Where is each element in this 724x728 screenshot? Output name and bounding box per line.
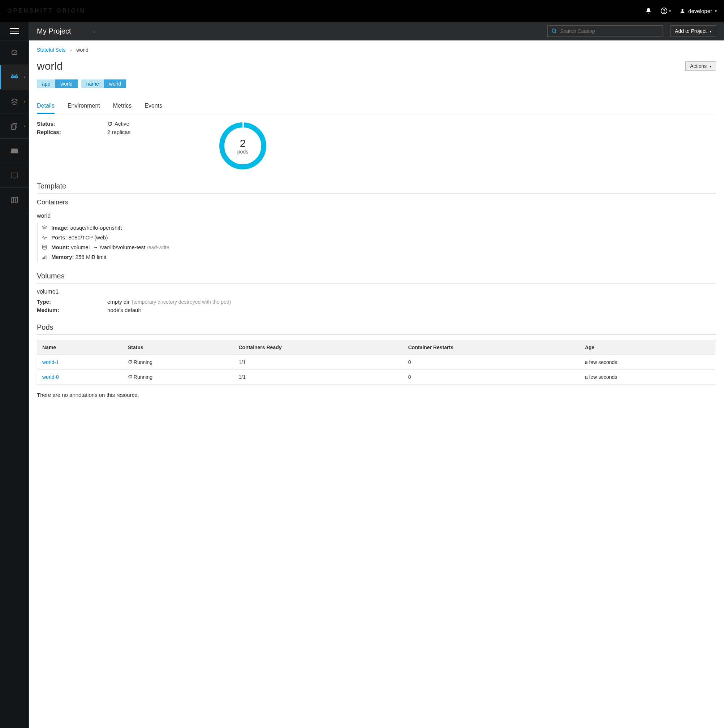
pods-count: 2 <box>240 137 246 150</box>
label-chip[interactable]: nameworld <box>81 80 127 88</box>
nav-catalog[interactable] <box>0 188 29 213</box>
search-catalog[interactable] <box>547 25 663 37</box>
volume-name: volume1 <box>37 289 716 295</box>
chevron-down-icon: ▾ <box>710 64 711 68</box>
col-restarts[interactable]: Container Restarts <box>403 340 580 355</box>
container-name: world <box>37 213 716 219</box>
refresh-icon <box>128 359 132 364</box>
pod-ready: 1/1 <box>233 370 403 385</box>
volume-type-label: Type: <box>37 299 107 305</box>
map-icon <box>11 196 18 204</box>
tab-metrics[interactable]: Metrics <box>113 99 132 114</box>
labels-row: appworld nameworld <box>37 80 716 88</box>
col-name[interactable]: Name <box>37 340 123 355</box>
dashboard-icon <box>11 49 18 57</box>
status-value: Active <box>107 121 129 127</box>
add-to-project-button[interactable]: Add to Project ▾ <box>670 25 716 37</box>
bell-icon[interactable] <box>645 8 652 14</box>
actions-label: Actions <box>690 63 707 69</box>
pod-restarts: 0 <box>403 355 580 370</box>
pods-donut[interactable]: 2 pods <box>217 121 268 171</box>
nav-monitoring[interactable] <box>0 163 29 188</box>
ports-icon <box>41 236 48 240</box>
pod-link[interactable]: world-0 <box>42 374 59 380</box>
table-row: world-0 Running 1/1 0 a few seconds <box>37 370 716 385</box>
replicas-label: Replicas: <box>37 129 107 135</box>
container-details: Image: aosqe/hello-openshift Ports: 8080… <box>37 223 716 262</box>
chevron-down-icon: ▾ <box>669 9 671 13</box>
breadcrumb-parent-link[interactable]: Stateful Sets <box>37 47 66 53</box>
tabs: Details Environment Metrics Events <box>37 99 716 114</box>
chevron-right-icon: › <box>24 75 25 79</box>
project-name: My Project <box>37 27 71 35</box>
svg-line-13 <box>555 32 556 33</box>
status-label: Status: <box>37 121 107 127</box>
user-icon <box>680 8 685 14</box>
pods-heading: Pods <box>37 323 716 335</box>
masthead: OPENSHIFT ORIGIN ▾ developer ▾ <box>0 0 724 22</box>
search-input[interactable] <box>560 28 659 34</box>
nav-resources[interactable]: › <box>0 114 29 139</box>
replicas-value: 2 replicas <box>107 129 130 135</box>
svg-rect-19 <box>44 256 45 259</box>
tab-details[interactable]: Details <box>37 99 55 114</box>
svg-point-2 <box>681 9 683 11</box>
label-key: name <box>81 80 104 88</box>
actions-menu[interactable]: Actions ▾ <box>685 61 716 71</box>
user-name: developer <box>688 8 712 14</box>
label-value: world <box>55 80 77 88</box>
user-menu[interactable]: developer ▾ <box>680 8 717 14</box>
containers-heading: Containers <box>37 199 716 206</box>
nav-applications[interactable]: › <box>0 65 29 90</box>
label-value: world <box>104 80 126 88</box>
pods-table: Name Status Containers Ready Container R… <box>37 340 716 385</box>
pod-age: a few seconds <box>580 370 716 385</box>
pod-status: Running <box>123 370 234 385</box>
tab-environment[interactable]: Environment <box>67 99 100 114</box>
search-icon <box>551 28 557 34</box>
svg-rect-17 <box>42 258 43 259</box>
volume-medium-label: Medium: <box>37 307 107 313</box>
svg-rect-8 <box>11 173 17 177</box>
masthead-right: ▾ developer ▾ <box>645 7 717 14</box>
col-ready[interactable]: Containers Ready <box>233 340 403 355</box>
breadcrumb: Stateful Sets » world <box>37 47 716 53</box>
storage-icon <box>11 148 18 154</box>
vertical-nav: › › › <box>0 22 29 728</box>
label-chip[interactable]: appworld <box>37 80 78 88</box>
svg-point-12 <box>552 29 555 32</box>
chevron-right-icon: › <box>24 124 25 128</box>
add-to-project-label: Add to Project <box>675 28 707 34</box>
refresh-icon <box>107 121 112 126</box>
page-title: world <box>37 60 63 72</box>
nav-builds[interactable]: › <box>0 90 29 114</box>
memory-icon <box>41 255 48 260</box>
help-menu[interactable]: ▾ <box>660 7 671 14</box>
template-heading: Template <box>37 182 716 194</box>
project-selector[interactable]: My Project ⌄ <box>37 27 96 35</box>
svg-rect-7 <box>11 125 15 129</box>
cubes-icon <box>10 73 19 82</box>
pod-age: a few seconds <box>580 355 716 370</box>
svg-point-1 <box>664 12 664 13</box>
breadcrumb-separator-icon: » <box>70 48 72 52</box>
mount-icon <box>41 245 48 250</box>
annotations-message: There are no annotations on this resourc… <box>37 392 716 398</box>
table-row: world-1 Running 1/1 0 a few seconds <box>37 355 716 370</box>
pods-label: pods <box>237 149 248 154</box>
svg-rect-6 <box>13 123 17 128</box>
volume-type-value: empty dir (temporary directory destroyed… <box>107 299 231 305</box>
brand-logo: OPENSHIFT ORIGIN <box>7 8 86 14</box>
col-age[interactable]: Age <box>580 340 716 355</box>
nav-storage[interactable] <box>0 139 29 163</box>
nav-overview[interactable] <box>0 40 29 65</box>
col-status[interactable]: Status <box>123 340 234 355</box>
refresh-icon <box>128 375 132 379</box>
pod-link[interactable]: world-1 <box>42 359 59 365</box>
pod-status: Running <box>123 355 234 370</box>
layers-icon <box>11 98 18 106</box>
tab-events[interactable]: Events <box>144 99 162 114</box>
help-icon <box>660 7 667 14</box>
hamburger-menu[interactable] <box>0 22 29 40</box>
pod-restarts: 0 <box>403 370 580 385</box>
